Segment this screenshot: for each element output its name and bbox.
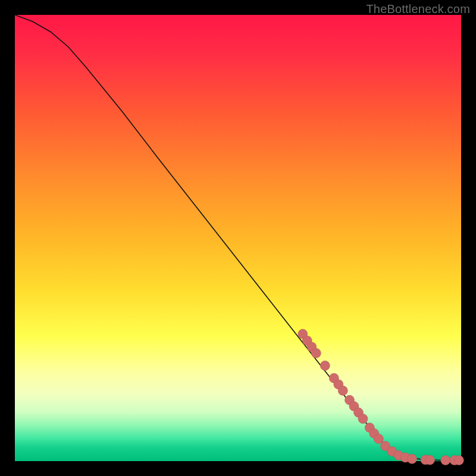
chart-marker [311, 349, 321, 358]
chart-markers [298, 329, 464, 465]
chart-marker [358, 414, 368, 424]
chart-curve [15, 15, 461, 461]
chart-marker [320, 361, 330, 371]
chart-marker [425, 455, 435, 465]
chart-marker [374, 434, 383, 444]
chart-marker [338, 386, 347, 396]
chart-frame: TheBottleneck.com [0, 0, 476, 476]
attribution-label: TheBottleneck.com [366, 2, 470, 16]
chart-marker [408, 454, 417, 464]
chart-marker [441, 456, 450, 465]
chart-overlay [15, 15, 461, 461]
chart-marker [454, 456, 464, 465]
